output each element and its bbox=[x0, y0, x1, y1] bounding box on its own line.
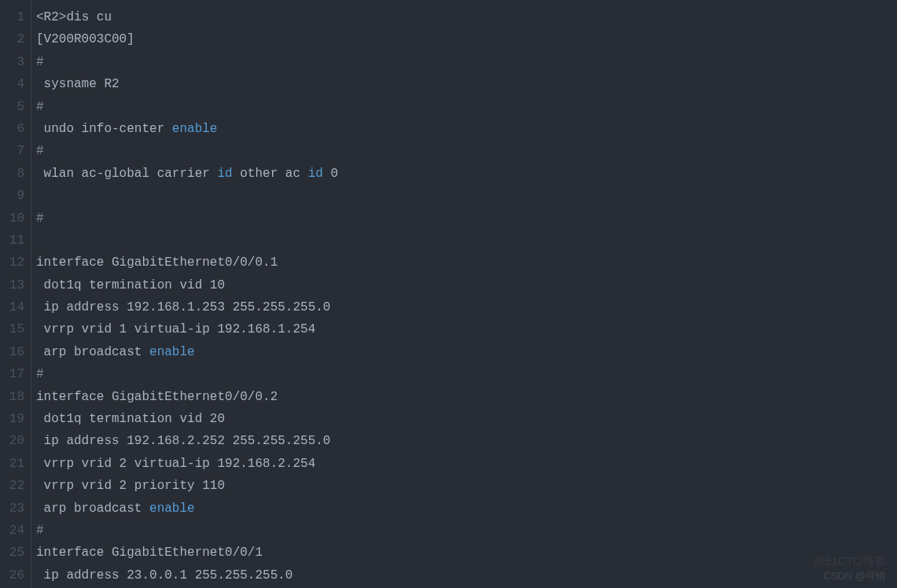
line-number: 8 bbox=[0, 163, 31, 185]
code-token: arp broadcast bbox=[36, 502, 149, 516]
code-line[interactable]: arp broadcast enable bbox=[36, 341, 897, 363]
code-line[interactable]: # bbox=[36, 140, 897, 162]
code-line[interactable]: # bbox=[36, 520, 897, 542]
line-number: 9 bbox=[0, 185, 31, 207]
code-token: interface GigabitEthernet0/0/0.2 bbox=[36, 390, 278, 404]
line-number: 26 bbox=[0, 564, 31, 586]
code-token: # bbox=[36, 211, 44, 226]
code-token: < bbox=[36, 10, 44, 24]
code-token: arp broadcast bbox=[36, 345, 149, 359]
line-number: 14 bbox=[0, 296, 31, 318]
code-line[interactable]: vrrp vrid 2 priority 110 bbox=[36, 475, 897, 497]
line-number: 2 bbox=[0, 28, 31, 50]
code-line[interactable]: sysname R2 bbox=[36, 73, 897, 95]
code-token: undo info-center bbox=[36, 122, 172, 136]
line-number: 7 bbox=[0, 140, 31, 162]
code-token: # bbox=[36, 55, 44, 69]
line-number: 25 bbox=[0, 542, 31, 564]
code-token: # bbox=[36, 100, 44, 114]
code-token: id bbox=[217, 167, 232, 181]
code-token: R2 bbox=[44, 10, 59, 24]
code-line[interactable]: ip address 23.0.0.1 255.255.255.0 bbox=[36, 564, 897, 586]
code-token: vrrp vrid 2 priority 110 bbox=[36, 479, 225, 493]
code-token: interface GigabitEthernet0/0/0.1 bbox=[36, 255, 278, 270]
code-token: enable bbox=[149, 502, 195, 516]
line-number: 22 bbox=[0, 475, 31, 497]
code-token: enable bbox=[172, 122, 218, 136]
code-line[interactable] bbox=[36, 230, 897, 252]
code-line[interactable]: # bbox=[36, 363, 897, 385]
code-token bbox=[36, 189, 44, 203]
line-number: 10 bbox=[0, 208, 31, 230]
line-number: 13 bbox=[0, 274, 31, 296]
code-line[interactable]: wlan ac-global carrier id other ac id 0 bbox=[36, 163, 897, 185]
code-line[interactable]: <R2>dis cu bbox=[36, 6, 897, 28]
line-number: 12 bbox=[0, 252, 31, 274]
line-number: 21 bbox=[0, 453, 31, 475]
code-token bbox=[36, 233, 44, 248]
line-number: 20 bbox=[0, 430, 31, 452]
code-token: dot1q termination vid 20 bbox=[36, 412, 225, 426]
code-token: dis cu bbox=[66, 10, 112, 24]
code-token: [V200R003C00] bbox=[36, 32, 134, 46]
code-line[interactable]: vrrp vrid 2 virtual-ip 192.168.2.254 bbox=[36, 453, 897, 475]
line-number: 4 bbox=[0, 73, 31, 95]
line-number: 18 bbox=[0, 386, 31, 408]
code-token: other ac bbox=[233, 167, 308, 181]
code-token: wlan ac-global carrier bbox=[36, 167, 217, 181]
code-token: vrrp vrid 2 virtual-ip 192.168.2.254 bbox=[36, 457, 315, 471]
code-token: # bbox=[36, 144, 44, 158]
code-token: interface GigabitEthernet0/0/1 bbox=[36, 546, 263, 560]
code-token: ip address 192.168.1.253 255.255.255.0 bbox=[36, 300, 330, 314]
code-token: # bbox=[36, 524, 44, 538]
code-line[interactable]: # bbox=[36, 51, 897, 73]
code-token: 0 bbox=[323, 167, 338, 181]
code-token: > bbox=[59, 10, 67, 24]
code-token: ip address 192.168.2.252 255.255.255.0 bbox=[36, 434, 330, 448]
code-line[interactable]: dot1q termination vid 20 bbox=[36, 408, 897, 430]
code-token: sysname R2 bbox=[36, 77, 119, 91]
code-token: vrrp vrid 1 virtual-ip 192.168.1.254 bbox=[36, 322, 315, 336]
line-number: 3 bbox=[0, 51, 31, 73]
code-line[interactable]: arp broadcast enable bbox=[36, 498, 897, 520]
code-token: enable bbox=[149, 345, 195, 359]
code-line[interactable]: # bbox=[36, 96, 897, 118]
code-line[interactable]: # bbox=[36, 208, 897, 230]
line-number: 6 bbox=[0, 118, 31, 140]
line-number-gutter: 1234567891011121314151617181920212223242… bbox=[0, 0, 31, 588]
code-line[interactable]: [V200R003C00] bbox=[36, 28, 897, 50]
code-token: # bbox=[36, 367, 44, 381]
code-line[interactable]: undo info-center enable bbox=[36, 118, 897, 140]
code-line[interactable]: ip address 192.168.2.252 255.255.255.0 bbox=[36, 430, 897, 452]
code-line[interactable] bbox=[36, 185, 897, 207]
line-number: 15 bbox=[0, 318, 31, 340]
line-number: 17 bbox=[0, 363, 31, 385]
code-token: ip address 23.0.0.1 255.255.255.0 bbox=[36, 568, 292, 582]
line-number: 23 bbox=[0, 498, 31, 520]
line-number: 19 bbox=[0, 408, 31, 430]
code-line[interactable]: ip address 192.168.1.253 255.255.255.0 bbox=[36, 296, 897, 318]
code-line[interactable]: dot1q termination vid 10 bbox=[36, 274, 897, 296]
line-number: 1 bbox=[0, 6, 31, 28]
code-line[interactable]: interface GigabitEthernet0/0/1 bbox=[36, 542, 897, 564]
code-token: id bbox=[308, 167, 323, 181]
code-area[interactable]: <R2>dis cu[V200R003C00]# sysname R2# und… bbox=[31, 0, 897, 588]
line-number: 24 bbox=[0, 520, 31, 542]
line-number: 11 bbox=[0, 230, 31, 252]
code-line[interactable]: vrrp vrid 1 virtual-ip 192.168.1.254 bbox=[36, 318, 897, 340]
code-editor: 1234567891011121314151617181920212223242… bbox=[0, 0, 897, 588]
line-number: 5 bbox=[0, 96, 31, 118]
code-line[interactable]: interface GigabitEthernet0/0/0.1 bbox=[36, 252, 897, 274]
line-number: 16 bbox=[0, 341, 31, 363]
code-token: dot1q termination vid 10 bbox=[36, 278, 225, 292]
code-line[interactable]: interface GigabitEthernet0/0/0.2 bbox=[36, 386, 897, 408]
